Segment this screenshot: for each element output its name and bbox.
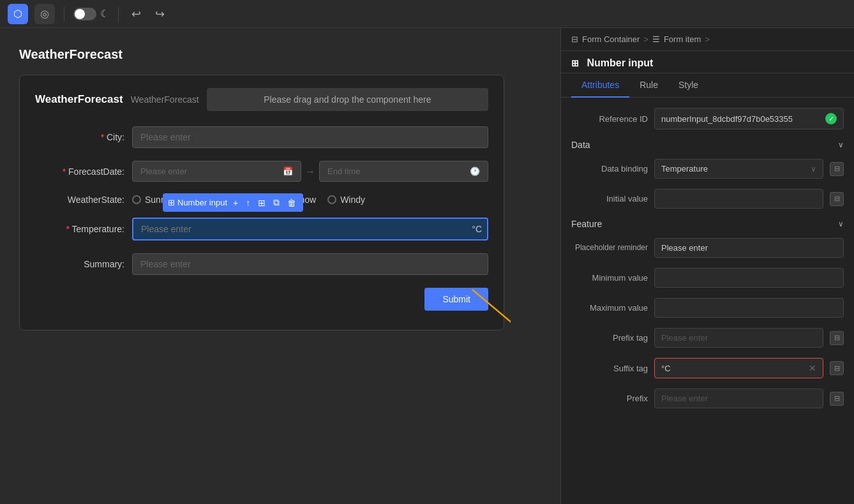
- settings-icon[interactable]: ◎: [34, 4, 55, 24]
- reference-id-label: Reference ID: [571, 114, 648, 124]
- main-layout: WeatherForecast WeatherForecast WeatherF…: [0, 28, 854, 504]
- min-value-input[interactable]: [654, 268, 844, 288]
- prefix-row: Prefix ⊟: [571, 389, 844, 408]
- preview-toggle[interactable]: [73, 8, 96, 20]
- form-container: WeatherForecast WeatherForecast Please d…: [19, 75, 504, 330]
- suffix-tag-edit-icon[interactable]: ⊟: [830, 361, 844, 375]
- radio-circle-windy: [327, 195, 336, 204]
- prefix-tag-edit-icon[interactable]: ⊟: [830, 331, 844, 345]
- data-binding-edit-icon[interactable]: ⊟: [830, 162, 844, 176]
- suffix-tag-value: °C ✕: [654, 358, 823, 378]
- moon-icon: ☾: [100, 8, 109, 20]
- prefix-tag-label: Prefix tag: [571, 333, 648, 343]
- min-value-row: Minimum value: [571, 268, 844, 288]
- weather-state-label: WeatherState:: [35, 195, 124, 205]
- placeholder-row: Placeholder reminder Please enter: [571, 238, 844, 258]
- initial-value-edit-icon[interactable]: ⊟: [830, 192, 844, 206]
- forecast-date-row: ForecastDate: Please enter 📅 → End time …: [35, 161, 488, 182]
- submit-button[interactable]: Submit: [424, 288, 488, 311]
- number-input-icon: ⊞: [168, 198, 175, 207]
- placeholder-value: Please enter: [654, 238, 844, 258]
- component-title-text: Number input: [587, 57, 653, 68]
- right-panel: ⊟ Form Container > ☰ Form item > ⊞ Numbe…: [560, 28, 854, 504]
- float-toolbar: ⊞ Number input + ↑ ⊞ ⧉ 🗑: [163, 193, 303, 212]
- suffix-tag-label: Suffix tag: [571, 364, 648, 373]
- summary-label: Summary:: [35, 259, 124, 269]
- data-binding-text: Temperature: [661, 164, 708, 174]
- city-label: City:: [35, 132, 124, 142]
- feature-section-header: Feature ∨: [571, 219, 844, 229]
- redo-button[interactable]: ↪: [151, 4, 169, 24]
- dropdown-arrow-icon: ∨: [811, 165, 816, 174]
- tab-style[interactable]: Style: [668, 73, 708, 98]
- breadcrumb-form-item-icon: ☰: [652, 34, 660, 44]
- feature-section-arrow[interactable]: ∨: [838, 219, 844, 228]
- form-header-title: WeatherForecast: [35, 93, 123, 106]
- suffix-tag-clear-icon[interactable]: ✕: [809, 363, 816, 373]
- topbar: ⬡ ◎ ☾ ↩ ↪: [0, 0, 854, 28]
- form-header: WeatherForecast WeatherForecast Please d…: [35, 88, 488, 111]
- toolbar-add-button[interactable]: +: [231, 196, 240, 209]
- date-range-input: Please enter 📅 → End time 🕐: [132, 161, 488, 182]
- placeholder-text: Please enter: [661, 243, 708, 253]
- divider: [64, 6, 64, 22]
- canvas-area: WeatherForecast WeatherForecast WeatherF…: [0, 28, 560, 504]
- float-toolbar-label: ⊞ Number input: [168, 198, 227, 207]
- temperature-input[interactable]: [132, 218, 488, 241]
- check-icon: ✓: [825, 113, 837, 124]
- prefix-tag-input[interactable]: [654, 328, 823, 348]
- data-section-title: Data: [571, 140, 590, 150]
- forecast-date-label: ForecastDate:: [35, 167, 124, 177]
- breadcrumb-form-item[interactable]: Form item: [664, 34, 701, 44]
- initial-value-input[interactable]: [654, 189, 823, 209]
- form-header-subtitle: WeatherForecast: [131, 94, 199, 105]
- divider2: [118, 6, 119, 22]
- suffix-tag-row: Suffix tag °C ✕ ⊟: [571, 358, 844, 378]
- undo-button[interactable]: ↩: [128, 4, 145, 24]
- reference-id-value: numberInput_8dcbdf97d7b0e53355 ✓: [654, 108, 844, 130]
- prefix-tag-row: Prefix tag ⊟: [571, 328, 844, 348]
- prefix-input[interactable]: [654, 389, 823, 408]
- toggle-group: ☾: [73, 8, 109, 20]
- max-value-row: Maximum value: [571, 298, 844, 318]
- radio-circle: [132, 195, 141, 204]
- date-end-input[interactable]: End time 🕐: [319, 161, 488, 182]
- city-row: City:: [35, 126, 488, 148]
- logo-icon[interactable]: ⬡: [8, 4, 28, 24]
- data-section-arrow[interactable]: ∨: [838, 140, 844, 149]
- radio-windy[interactable]: Windy: [327, 195, 365, 205]
- panel-title: ⊞ Number input: [561, 51, 854, 73]
- temperature-input-wrapper: °C: [132, 218, 488, 241]
- date-arrow-icon: →: [305, 166, 315, 177]
- min-value-label: Minimum value: [571, 273, 648, 283]
- initial-value-row: Initial value ⊟: [571, 189, 844, 209]
- suffix-tag-text: °C: [661, 364, 671, 373]
- panel-breadcrumb: ⊟ Form Container > ☰ Form item >: [561, 28, 854, 51]
- initial-value-label: Initial value: [571, 194, 648, 204]
- breadcrumb-sep1: >: [643, 34, 648, 44]
- reference-id-row: Reference ID numberInput_8dcbdf97d7b0e53…: [571, 108, 844, 130]
- submit-row: Submit: [35, 288, 488, 311]
- panel-tabs: Attributes Rule Style: [561, 73, 854, 98]
- max-value-input[interactable]: [654, 298, 844, 318]
- date-start-input[interactable]: Please enter 📅: [132, 161, 301, 182]
- tab-rule[interactable]: Rule: [629, 73, 668, 98]
- breadcrumb-form-icon: ⊟: [571, 34, 578, 44]
- reference-id-text: numberInput_8dcbdf97d7b0e53355: [661, 114, 793, 124]
- page-title: WeatherForecast: [19, 47, 541, 62]
- tab-attributes[interactable]: Attributes: [571, 73, 629, 98]
- toolbar-grid-button[interactable]: ⊞: [256, 196, 267, 209]
- data-binding-value[interactable]: Temperature ∨: [654, 159, 823, 179]
- toolbar-delete-button[interactable]: 🗑: [285, 196, 298, 209]
- toolbar-copy-button[interactable]: ⧉: [271, 196, 281, 209]
- drag-drop-zone[interactable]: Please drag and drop the component here: [207, 88, 488, 111]
- prefix-edit-icon[interactable]: ⊟: [830, 392, 844, 406]
- placeholder-label: Placeholder reminder: [571, 243, 648, 253]
- max-value-label: Maximum value: [571, 303, 648, 313]
- breadcrumb-form-container[interactable]: Form Container: [582, 34, 640, 44]
- city-input[interactable]: [132, 126, 488, 148]
- toolbar-up-button[interactable]: ↑: [244, 196, 252, 209]
- panel-content: Reference ID numberInput_8dcbdf97d7b0e53…: [561, 98, 854, 504]
- summary-input[interactable]: [132, 253, 488, 275]
- temperature-label: Temperature:: [35, 224, 124, 234]
